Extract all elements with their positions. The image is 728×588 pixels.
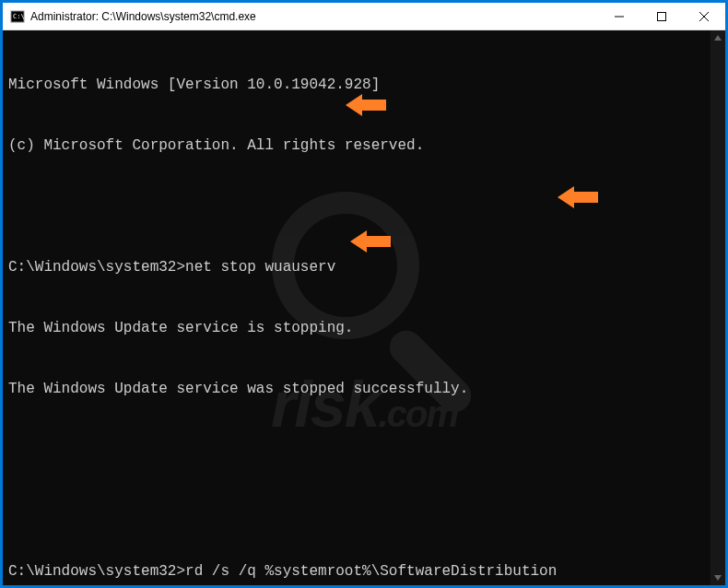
terminal-line — [8, 440, 720, 460]
annotation-arrow-3 — [350, 229, 391, 254]
close-button[interactable] — [683, 3, 725, 30]
terminal-line: (c) Microsoft Corporation. All rights re… — [8, 135, 720, 156]
svg-rect-3 — [658, 13, 666, 21]
terminal-line — [8, 500, 720, 521]
cmd-window: C:\ Administrator: C:\Windows\system32\c… — [3, 3, 725, 585]
terminal-line: The Windows Update service is stopping. — [8, 318, 720, 338]
scrollbar[interactable] — [710, 30, 725, 585]
scroll-down-icon[interactable] — [710, 570, 725, 585]
terminal-line: C:\Windows\system32>net stop wuauserv — [8, 257, 720, 277]
svg-marker-8 — [346, 94, 386, 116]
titlebar[interactable]: C:\ Administrator: C:\Windows\system32\c… — [3, 3, 725, 30]
minimize-button[interactable] — [598, 3, 640, 30]
svg-text:C:\: C:\ — [13, 13, 25, 20]
window-controls — [598, 3, 725, 29]
terminal-line — [8, 196, 720, 217]
cmd-icon: C:\ — [10, 9, 25, 24]
svg-marker-6 — [714, 35, 722, 41]
maximize-button[interactable] — [640, 3, 683, 30]
svg-marker-7 — [714, 575, 722, 581]
svg-marker-10 — [350, 230, 391, 253]
annotation-arrow-2 — [558, 184, 598, 210]
terminal-line: The Windows Update service was stopped s… — [8, 379, 720, 399]
window-title: Administrator: C:\Windows\system32\cmd.e… — [30, 10, 598, 23]
terminal-line: C:\Windows\system32>rd /s /q %systemroot… — [8, 561, 720, 582]
annotation-arrow-1 — [346, 92, 386, 118]
svg-marker-9 — [558, 186, 598, 208]
scroll-up-icon[interactable] — [710, 30, 725, 45]
